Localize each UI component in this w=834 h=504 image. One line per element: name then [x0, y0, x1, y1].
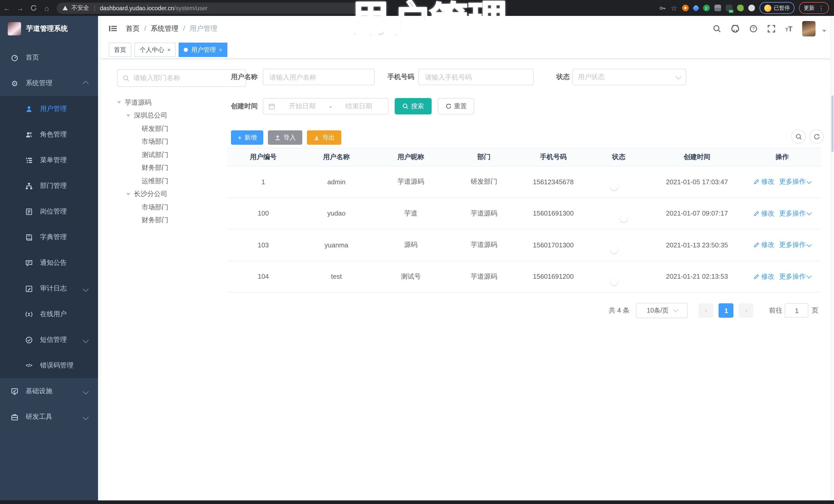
search-button[interactable]: 搜索 [395, 98, 432, 114]
more-actions[interactable]: 更多操作 [779, 272, 811, 281]
extension-green-icon[interactable]: y [703, 5, 709, 11]
tab-用户管理[interactable]: 用户管理× [179, 43, 227, 57]
browser-menu-icon[interactable]: ⋮ [818, 4, 824, 12]
refresh-table-button[interactable] [809, 129, 824, 144]
dept-tree-node[interactable]: 运维部门 [117, 175, 235, 188]
tab-label: 个人中心 [139, 45, 164, 54]
github-icon[interactable] [731, 24, 740, 33]
key-icon[interactable] [659, 4, 666, 12]
sidebar-item-infrastructure[interactable]: 基础设施 [0, 378, 98, 404]
extension-orange-icon[interactable] [682, 5, 688, 11]
dept-tree-node[interactable]: 市场部门 [117, 135, 235, 148]
dept-tree-node[interactable]: 芋道源码 [117, 96, 235, 109]
browser-back-icon[interactable]: ← [0, 4, 13, 12]
edit-action[interactable]: 修改 [753, 272, 774, 281]
address-bar[interactable]: 不安全 dashboard.yudao.iocoder.cn/system/us… [57, 2, 359, 14]
page-size-select[interactable]: 10条/页 [636, 303, 688, 318]
prev-page-button[interactable]: ‹ [699, 303, 714, 318]
dept-tree-node[interactable]: 测试部门 [117, 148, 235, 161]
font-size-icon[interactable]: TT [786, 24, 793, 33]
mobile-input[interactable] [418, 69, 534, 85]
user-avatar[interactable] [802, 21, 815, 36]
browser-reload-icon[interactable] [27, 5, 40, 11]
edit-action[interactable]: 修改 [753, 240, 774, 250]
profile-paused-badge[interactable]: 已暂停 [759, 2, 794, 14]
browser-update-button[interactable]: 更新⋮ [799, 2, 829, 14]
book-icon [25, 233, 34, 241]
export-button[interactable]: 导出 [307, 130, 341, 145]
goto-page-input[interactable] [785, 303, 809, 318]
sidebar-item-online-users[interactable]: 在线用户 [0, 301, 98, 327]
sidebar-item-dev-tools[interactable]: 研发工具 [0, 404, 98, 430]
createtime-range-picker[interactable]: 开始日期 - 结束日期 [263, 98, 389, 114]
sidebar-item-post-management[interactable]: 岗位管理 [0, 199, 98, 224]
extensions-puzzle-icon[interactable] [748, 5, 755, 11]
sidebar-item-label: 基础设施 [26, 387, 52, 396]
tab-首页[interactable]: 首页 [109, 43, 131, 57]
import-button[interactable]: 导入 [268, 130, 302, 145]
add-button[interactable]: +新增 [231, 130, 263, 145]
expand-caret-icon[interactable] [117, 101, 121, 104]
more-actions[interactable]: 更多操作 [779, 177, 811, 187]
dept-search-placeholder: 请输入部门名称 [133, 73, 180, 83]
toggle-knob-icon [610, 183, 618, 191]
org-tree-icon [25, 182, 34, 190]
extension-on-icon[interactable]: on [725, 5, 732, 11]
browser-home-icon[interactable]: ⌂ [40, 4, 53, 12]
dept-tree-node[interactable]: 市场部门 [117, 201, 235, 214]
dept-tree-node[interactable]: 深圳总公司 [117, 109, 235, 122]
sidebar-item-error-code-management[interactable]: </>错误码管理 [0, 353, 98, 378]
current-page-button[interactable]: 1 [719, 303, 734, 318]
extension-gem-icon[interactable] [692, 4, 699, 12]
sidebar-item-home[interactable]: 首页 [0, 45, 98, 70]
sidebar-item-sms-management[interactable]: 短信管理 [0, 327, 98, 353]
reset-button[interactable]: 重置 [438, 98, 474, 114]
sidebar-scrollbar[interactable] [98, 16, 101, 500]
fullscreen-icon[interactable] [768, 24, 776, 32]
collapse-sidebar-icon[interactable] [109, 25, 117, 32]
column-header: 创建时间 [651, 152, 743, 162]
sidebar-item-audit-log[interactable]: 审计日志 [0, 276, 98, 301]
sidebar-item-user-management[interactable]: 用户管理 [0, 96, 98, 122]
expand-caret-icon[interactable] [126, 193, 130, 196]
app-logo[interactable]: 芋道管理系统 [0, 16, 98, 41]
close-tab-icon[interactable]: × [167, 47, 171, 53]
help-icon[interactable]: ? [750, 24, 758, 32]
logo-image [8, 22, 21, 35]
close-tab-icon[interactable]: × [219, 47, 222, 53]
next-page-button[interactable]: › [739, 303, 754, 318]
extension-grid-icon[interactable] [714, 5, 721, 11]
sidebar-item-dept-management[interactable]: 部门管理 [0, 173, 98, 199]
status-select[interactable]: 用户状态 [572, 69, 686, 85]
more-actions[interactable]: 更多操作 [779, 209, 811, 218]
page-scrollbar[interactable] [830, 16, 834, 500]
expand-caret-icon[interactable] [126, 114, 130, 117]
browser-forward-icon[interactable]: → [13, 4, 27, 12]
dept-tree-node[interactable]: 长沙分公司 [117, 188, 235, 201]
breadcrumb-home[interactable]: 首页 [126, 24, 139, 33]
sidebar-item-role-management[interactable]: 角色管理 [0, 122, 98, 147]
extension-plant-icon[interactable] [737, 5, 743, 11]
bookmark-star-icon[interactable]: ☆ [671, 4, 677, 12]
tab-个人中心[interactable]: 个人中心× [134, 43, 176, 57]
dept-tree-node[interactable]: 财务部门 [117, 161, 235, 175]
dept-tree-node[interactable]: 财务部门 [117, 214, 235, 227]
edit-action[interactable]: 修改 [753, 209, 774, 218]
show-search-button[interactable] [791, 129, 806, 144]
cell-username: yuanma [299, 241, 374, 249]
sidebar-item-dict-management[interactable]: 字典管理 [0, 224, 98, 250]
sidebar-item-system-management[interactable]: ⚙系统管理 [0, 70, 98, 96]
sidebar-item-notice-announcement[interactable]: 通知公告 [0, 250, 98, 276]
dept-tree-node[interactable]: 研发部门 [117, 122, 235, 135]
more-label: 更多操作 [779, 209, 806, 218]
scrollbar-thumb[interactable] [831, 95, 833, 152]
header-search-icon[interactable] [713, 24, 721, 32]
more-actions[interactable]: 更多操作 [779, 240, 811, 250]
breadcrumb-system[interactable]: 系统管理 [151, 24, 179, 33]
user-menu-caret-icon[interactable] [822, 30, 826, 32]
edit-action[interactable]: 修改 [753, 177, 774, 187]
url-divider [94, 5, 95, 11]
sidebar-item-menu-management[interactable]: 菜单管理 [0, 147, 98, 173]
cell-dept: 芋道源码 [448, 272, 520, 281]
username-input[interactable] [263, 69, 375, 85]
